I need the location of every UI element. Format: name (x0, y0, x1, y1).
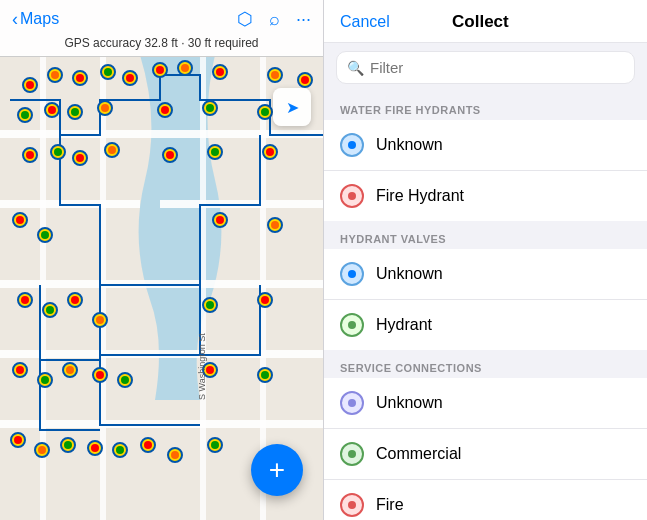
section-group-hydrant-valves: Unknown Hydrant (324, 249, 647, 350)
map-svg: S Washington St (0, 0, 323, 520)
svg-point-37 (71, 108, 79, 116)
filter-bar: 🔍 (324, 43, 647, 92)
svg-point-73 (71, 296, 79, 304)
section-group-water-fire-hydrants: Unknown Fire Hydrant (324, 120, 647, 221)
svg-point-105 (144, 441, 152, 449)
svg-point-51 (76, 154, 84, 162)
list-item-water-unknown[interactable]: Unknown (324, 120, 647, 171)
svg-point-27 (216, 68, 224, 76)
collect-list: WATER FIRE HYDRANTS Unknown Fire Hydrant… (324, 92, 647, 520)
more-icon[interactable]: ··· (296, 9, 311, 30)
svg-point-69 (21, 296, 29, 304)
collect-panel: Cancel Collect 🔍 WATER FIRE HYDRANTS Unk… (323, 0, 647, 520)
filter-search-icon: 🔍 (347, 60, 364, 76)
service-unknown-label: Unknown (376, 394, 443, 412)
svg-point-99 (64, 441, 72, 449)
svg-point-53 (108, 146, 116, 154)
commercial-dot (348, 450, 356, 458)
svg-point-65 (216, 216, 224, 224)
valve-unknown-label: Unknown (376, 265, 443, 283)
svg-point-45 (261, 108, 269, 116)
svg-point-95 (14, 436, 22, 444)
svg-point-33 (21, 111, 29, 119)
layers-icon[interactable]: ⬡ (237, 8, 253, 30)
map-panel: ‹ Maps ⬡ ⌕ ··· GPS accuracy 32.8 ft · 30… (0, 0, 323, 520)
svg-point-55 (166, 151, 174, 159)
svg-text:S Washington St: S Washington St (197, 333, 207, 400)
cancel-button[interactable]: Cancel (340, 13, 390, 31)
location-arrow-icon: ➤ (286, 98, 299, 117)
collect-title: Collect (452, 12, 509, 32)
svg-point-63 (41, 231, 49, 239)
section-group-service-connections: Unknown Commercial Fire (324, 378, 647, 520)
section-header-service-connections: SERVICE CONNECTIONS (324, 350, 647, 378)
fire-hydrant-icon (340, 184, 364, 208)
section-header-hydrant-valves: HYDRANT VALVES (324, 221, 647, 249)
fire-service-label: Fire (376, 496, 404, 514)
svg-point-15 (51, 71, 59, 79)
fire-hydrant-label: Fire Hydrant (376, 187, 464, 205)
svg-point-71 (46, 306, 54, 314)
hydrant-valve-dot (348, 321, 356, 329)
list-item-service-unknown[interactable]: Unknown (324, 378, 647, 429)
collect-header: Cancel Collect (324, 0, 647, 43)
nav-icons: ⬡ ⌕ ··· (237, 8, 311, 30)
svg-point-25 (181, 64, 189, 72)
fire-service-dot (348, 501, 356, 509)
location-button[interactable]: ➤ (273, 88, 311, 126)
svg-point-85 (66, 366, 74, 374)
commercial-label: Commercial (376, 445, 461, 463)
svg-point-41 (161, 106, 169, 114)
gps-accuracy-bar: GPS accuracy 32.8 ft · 30 ft required (0, 34, 323, 56)
svg-point-17 (76, 74, 84, 82)
service-unknown-icon (340, 391, 364, 415)
svg-point-13 (26, 81, 34, 89)
search-icon[interactable]: ⌕ (269, 9, 280, 30)
water-unknown-dot (348, 141, 356, 149)
svg-point-79 (261, 296, 269, 304)
svg-point-23 (156, 66, 164, 74)
svg-point-103 (116, 446, 124, 454)
list-item-fire-hydrant[interactable]: Fire Hydrant (324, 171, 647, 221)
svg-point-29 (271, 71, 279, 79)
list-item-fire-service[interactable]: Fire (324, 480, 647, 520)
list-item-valve-unknown[interactable]: Unknown (324, 249, 647, 300)
svg-point-39 (101, 104, 109, 112)
svg-point-59 (266, 148, 274, 156)
svg-point-31 (301, 76, 309, 84)
svg-point-91 (206, 366, 214, 374)
section-header-water-fire-hydrants: WATER FIRE HYDRANTS (324, 92, 647, 120)
svg-point-77 (206, 301, 214, 309)
svg-point-107 (171, 451, 179, 459)
hydrant-valve-icon (340, 313, 364, 337)
svg-point-47 (26, 151, 34, 159)
svg-point-35 (48, 106, 56, 114)
svg-point-83 (41, 376, 49, 384)
fire-hydrant-dot (348, 192, 356, 200)
svg-point-21 (126, 74, 134, 82)
back-button[interactable]: ‹ Maps (12, 9, 59, 30)
svg-point-43 (206, 104, 214, 112)
add-feature-button[interactable]: + (251, 444, 303, 496)
water-unknown-label: Unknown (376, 136, 443, 154)
svg-point-81 (16, 366, 24, 374)
commercial-icon (340, 442, 364, 466)
hydrant-valve-label: Hydrant (376, 316, 432, 334)
back-label: Maps (20, 10, 59, 28)
svg-point-61 (16, 216, 24, 224)
svg-point-109 (211, 441, 219, 449)
water-unknown-icon (340, 133, 364, 157)
fire-service-icon (340, 493, 364, 517)
list-item-commercial[interactable]: Commercial (324, 429, 647, 480)
filter-input[interactable] (370, 59, 624, 76)
back-chevron-icon: ‹ (12, 9, 18, 30)
svg-point-101 (91, 444, 99, 452)
map-header: ‹ Maps ⬡ ⌕ ··· GPS accuracy 32.8 ft · 30… (0, 0, 323, 57)
list-item-hydrant-valve[interactable]: Hydrant (324, 300, 647, 350)
filter-input-wrap: 🔍 (336, 51, 635, 84)
valve-unknown-icon (340, 262, 364, 286)
svg-point-49 (54, 148, 62, 156)
add-icon: + (269, 456, 285, 484)
svg-point-57 (211, 148, 219, 156)
map-nav-bar: ‹ Maps ⬡ ⌕ ··· (0, 0, 323, 34)
